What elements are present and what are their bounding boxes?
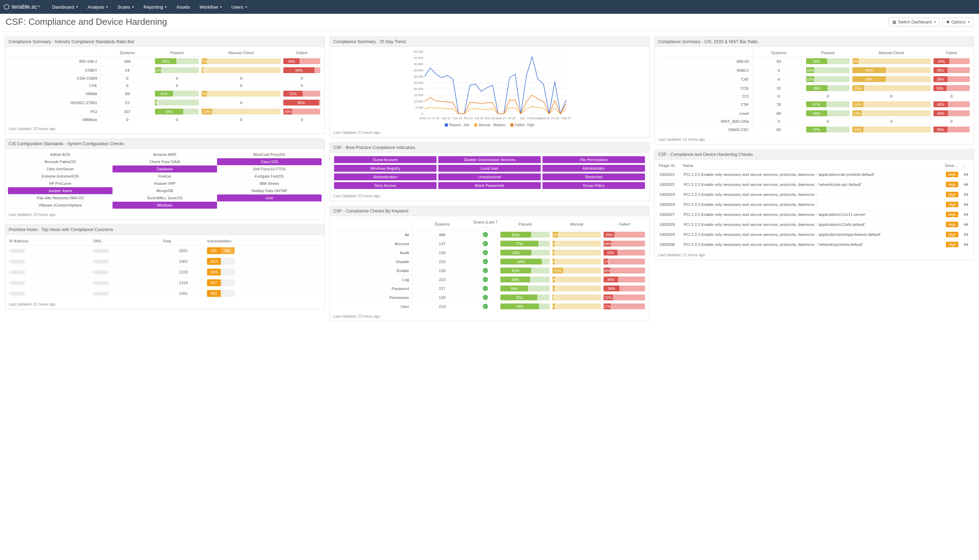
nav-dashboard[interactable]: Dashboard ▾ [47,1,83,13]
ratio-bar[interactable]: 22% [603,295,645,300]
ratio-bar[interactable]: 12% [852,110,931,116]
vulnerability-bar[interactable]: 1014 [207,258,235,265]
ratio-bar[interactable]: 18% [603,241,645,247]
ratio-bar[interactable]: 36% [934,85,970,91]
table-row[interactable]: redactedredacted1831935896 [8,245,322,256]
ratio-bar[interactable]: 23% [283,108,320,115]
ratio-bar[interactable]: 39% [934,76,970,82]
ratio-bar[interactable]: 49% [155,58,199,64]
indicator-button[interactable]: Blank Passwords [438,182,541,189]
table-row[interactable]: BSI-100-218649%7%44% [8,57,322,66]
config-item[interactable]: Amazon AWS [112,151,217,158]
ratio-bar[interactable]: 5% [553,258,601,265]
config-item[interactable]: NetApp Data ONTAP [217,187,322,195]
ratio-bar[interactable]: 64% [155,108,199,115]
ratio-bar[interactable]: 39% [934,67,970,73]
config-item[interactable]: BlueCoat ProxySG [217,151,322,158]
config-item[interactable] [217,202,322,209]
config-item[interactable]: Dell Force10 FTOS [217,165,322,173]
indicator-button[interactable]: File Permissions [543,156,645,163]
config-item[interactable]: SonicWALL SonicOS [112,195,217,202]
ratio-bar[interactable]: 84% [283,67,320,73]
table-row[interactable]: NIST_800-125a0000 [657,118,971,125]
ratio-bar[interactable]: 12% [553,232,601,238]
nav-scans[interactable]: Scans ▾ [113,1,139,13]
vulnerability-bar[interactable]: 937 [207,279,235,286]
config-item[interactable]: Windows [112,202,217,209]
config-item[interactable]: HP ProCurve [8,180,112,187]
ratio-bar[interactable]: 16% [603,268,645,273]
nav-assets[interactable]: Assets [172,1,195,13]
table-row[interactable]: User213✓78%5%17% [332,302,647,311]
table-row[interactable]: Disable223✓84%5%11% [332,257,647,266]
config-item[interactable]: IBM iSeries [217,180,322,187]
ratio-bar[interactable]: 56% [500,285,550,292]
switch-dashboard-button[interactable]: ▦ Switch Dashboard ▾ [889,18,939,27]
ratio-bar[interactable]: 8% [852,58,931,64]
table-row[interactable]: 1003929PCI 2.2.2 Enable only necessary a… [657,230,971,240]
ratio-bar[interactable]: 35% [603,277,645,282]
table-row[interactable]: VMWare0000 [8,116,322,123]
ratio-bar[interactable]: 22% [553,268,601,273]
legend-item[interactable]: Manual - Medium [474,123,505,127]
ratio-bar[interactable]: 3% [553,295,601,300]
ratio-bar[interactable]: 5% [553,285,601,292]
indicator-button[interactable]: Restricted [543,173,645,180]
config-item[interactable]: Check Point GAIA [112,158,217,165]
table-row[interactable]: Account137✓77%5%18% [332,239,647,248]
ratio-bar[interactable]: 2% [202,67,281,73]
config-item[interactable]: Cisco IOS [217,158,322,165]
ratio-bar[interactable]: 47% [806,102,850,107]
options-button[interactable]: ✱ Options ▾ [942,18,974,27]
ratio-bar[interactable]: 75% [500,295,550,300]
table-row[interactable]: redactedredacted1314937 [8,278,322,288]
table-row[interactable]: CVE0000 [8,82,322,89]
indicator-button[interactable]: Administrator [543,165,645,172]
ratio-bar[interactable]: 18% [806,67,850,73]
ratio-bar[interactable]: 48% [806,58,850,64]
ratio-bar[interactable]: 96% [283,100,320,105]
ratio-bar[interactable]: 11% [603,258,645,265]
ratio-bar[interactable]: 4% [155,100,199,105]
table-row[interactable]: Password217✓56%5%38% [332,284,647,293]
ratio-bar[interactable]: 77% [500,241,550,247]
ratio-bar[interactable]: 40% [934,110,970,116]
table-row[interactable]: SANS-CSC6547%14%39% [657,125,971,134]
indicator-button[interactable]: Authentication [334,173,436,180]
table-row[interactable]: Enable133✓62%22%16% [332,266,647,275]
table-row[interactable]: redactedredacted13021014 [8,256,322,267]
ratio-bar[interactable]: 44% [283,58,320,64]
table-row[interactable]: redactedredacted1261953 [8,288,322,299]
ratio-bar[interactable]: 43% [852,76,931,82]
table-row[interactable]: 1003924PCI 2.2.2 Enable only necessary a… [657,200,971,210]
table-row[interactable]: CSA-CSM30000 [8,75,322,82]
config-item[interactable]: Unix [217,195,322,202]
vulnerability-bar[interactable]: 935896 [207,247,235,254]
ratio-bar[interactable]: 5% [553,303,601,309]
table-row[interactable]: Permission120✓75%3%22% [332,293,647,302]
table-row[interactable]: 1003921PCI 2.2.2 Enable only necessary a… [657,170,971,180]
ratio-bar[interactable]: 62% [500,232,550,238]
ratio-bar[interactable]: 44% [934,58,970,64]
config-item[interactable]: Adtran AOS [8,151,112,158]
config-item[interactable]: FireEye [112,173,217,180]
table-row[interactable]: CCE3249%15%36% [657,84,971,93]
config-item[interactable]: Juniper Junos [8,187,112,195]
table-row[interactable]: All498✓62%12%26% [332,230,647,239]
config-item[interactable]: Database [112,165,217,173]
table-row[interactable]: Level6848%12%40% [657,109,971,118]
ratio-bar[interactable]: 33% [603,250,645,255]
ratio-bar[interactable]: 40% [934,102,970,107]
indicator-button[interactable]: Disable Unnecessary Services [438,156,541,163]
ratio-bar[interactable]: 48% [806,110,850,116]
legend-item[interactable]: Passed - Info [445,123,469,127]
legend-item[interactable]: Failed - High [510,123,535,127]
table-row[interactable]: 1003927PCI 2.2.2 Enable only necessary a… [657,210,971,220]
ratio-bar[interactable]: 14% [852,102,931,107]
config-item[interactable]: Brocade FabricOS [8,158,112,165]
ratio-bar[interactable]: 17% [603,303,645,309]
nav-users[interactable]: Users ▾ [227,1,252,13]
vulnerability-bar[interactable]: 953 [207,290,235,297]
indicator-button[interactable]: Unauthorized [438,173,541,180]
table-row[interactable]: Log223✓60%5%35% [332,275,647,284]
